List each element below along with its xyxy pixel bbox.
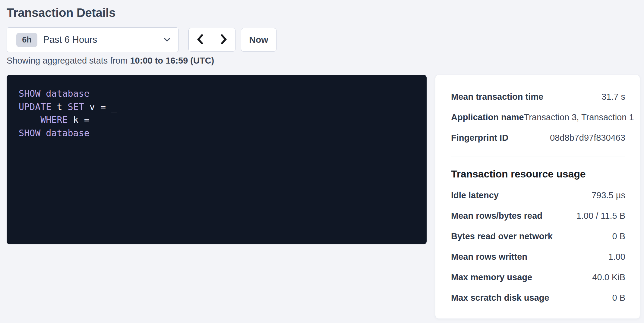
- sql-token: v = _: [84, 102, 117, 112]
- previous-range-button[interactable]: [189, 28, 212, 51]
- stat-row-application-name: Application name Transaction 3, Transact…: [451, 107, 625, 127]
- stat-row-max-memory-usage: Max memory usage 40.0 KiB: [451, 267, 625, 287]
- sql-token: UPDATE: [19, 102, 51, 112]
- transaction-details-page: Transaction Details 6h Past 6 Hours: [0, 0, 644, 319]
- time-range-badge: 6h: [16, 33, 37, 47]
- sql-statement-box: SHOW database UPDATE t SET v = _ WHERE k…: [7, 75, 427, 244]
- stat-label: Fingerprint ID: [451, 133, 508, 143]
- stat-value: 31.7 s: [601, 92, 625, 102]
- stat-label: Mean rows written: [451, 252, 527, 262]
- sql-line: SHOW database: [19, 87, 418, 100]
- time-range-toolbar: 6h Past 6 Hours: [7, 27, 640, 52]
- now-button[interactable]: Now: [241, 28, 276, 52]
- sql-token: SET: [68, 102, 84, 112]
- stat-label: Idle latency: [451, 190, 499, 200]
- stat-label: Mean rows/bytes read: [451, 211, 542, 221]
- resource-usage-heading: Transaction resource usage: [451, 167, 625, 180]
- page-title: Transaction Details: [7, 7, 640, 19]
- transaction-stats-card: Mean transaction time 31.7 s Application…: [435, 75, 640, 319]
- stat-row-mean-rows-written: Mean rows written 1.00: [451, 246, 625, 267]
- sql-line: SHOW database: [19, 127, 418, 140]
- stat-row-fingerprint-id: Fingerprint ID 08d8b7d97f830463: [451, 127, 625, 148]
- caption-prefix: Showing aggregated stats from: [7, 56, 130, 65]
- stat-label: Mean transaction time: [451, 92, 543, 102]
- stat-label: Bytes read over network: [451, 231, 553, 241]
- stat-value: 0 B: [612, 293, 625, 303]
- stat-value: 1.00: [608, 252, 625, 262]
- sql-line: UPDATE t SET v = _: [19, 100, 418, 114]
- time-range-nav: [188, 28, 235, 52]
- sql-line: WHERE k = _: [19, 113, 418, 127]
- stat-value: Transaction 3, Transaction 1: [524, 112, 634, 122]
- stat-value: 40.0 KiB: [592, 272, 625, 282]
- sql-token: k = _: [68, 114, 100, 125]
- stat-value: 0 B: [612, 231, 625, 241]
- stat-label: Max memory usage: [451, 272, 532, 282]
- stat-row-bytes-read-over-network: Bytes read over network 0 B: [451, 226, 625, 246]
- time-range-label: Past 6 Hours: [43, 34, 97, 45]
- stat-value: 793.5 µs: [592, 190, 625, 200]
- sql-token: SHOW database: [19, 88, 90, 99]
- caption-time-range: 10:00 to 16:59 (UTC): [130, 56, 214, 65]
- time-range-dropdown[interactable]: 6h Past 6 Hours: [7, 27, 178, 52]
- card-divider: [451, 156, 625, 156]
- main-content: SHOW database UPDATE t SET v = _ WHERE k…: [7, 75, 640, 319]
- aggregated-stats-caption: Showing aggregated stats from 10:00 to 1…: [7, 56, 640, 65]
- stat-row-mean-rows-bytes-read: Mean rows/bytes read 1.00 / 11.5 B: [451, 205, 625, 226]
- sql-token: [19, 114, 40, 125]
- stat-label: Max scratch disk usage: [451, 293, 549, 303]
- sql-token: SHOW database: [19, 128, 90, 138]
- stat-row-idle-latency: Idle latency 793.5 µs: [451, 185, 625, 205]
- stat-label: Application name: [451, 112, 524, 122]
- stat-value: 1.00 / 11.5 B: [576, 211, 625, 221]
- sql-token: t: [51, 102, 68, 112]
- stat-row-mean-transaction-time: Mean transaction time 31.7 s: [451, 86, 625, 107]
- stat-row-max-scratch-disk-usage: Max scratch disk usage 0 B: [451, 287, 625, 308]
- next-range-button[interactable]: [212, 28, 235, 51]
- sql-token: WHERE: [40, 114, 68, 125]
- stat-value: 08d8b7d97f830463: [550, 133, 625, 143]
- chevron-down-icon: [164, 38, 170, 42]
- chevron-right-icon: [219, 34, 228, 46]
- chevron-left-icon: [196, 34, 205, 46]
